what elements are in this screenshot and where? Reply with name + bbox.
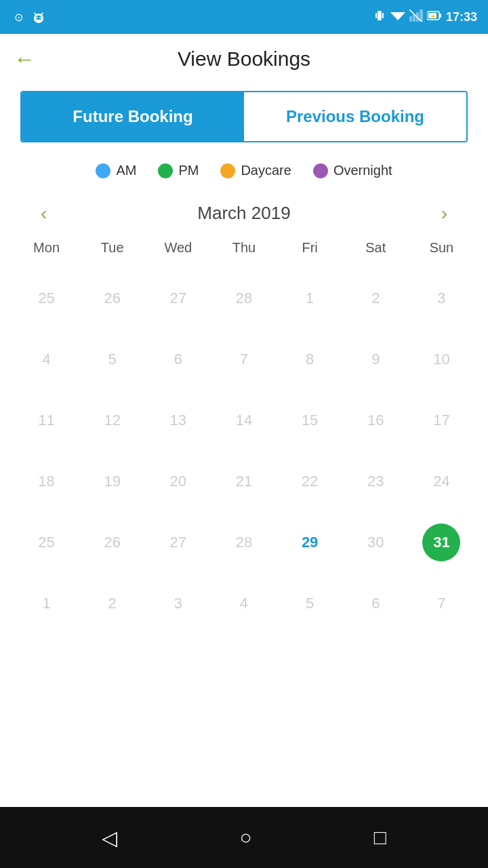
cal-date[interactable]: 28 bbox=[225, 279, 263, 317]
cal-cell[interactable]: 1 bbox=[14, 573, 79, 634]
svg-point-3 bbox=[39, 17, 41, 18]
cal-date[interactable]: 21 bbox=[225, 462, 263, 500]
cal-cell[interactable]: 30 bbox=[343, 512, 409, 573]
cal-date[interactable]: 25 bbox=[28, 279, 66, 317]
cal-cell[interactable]: 5 bbox=[277, 573, 343, 634]
cal-cell[interactable]: 17 bbox=[409, 390, 474, 451]
day-tue: Tue bbox=[79, 235, 145, 261]
cal-date[interactable]: 12 bbox=[94, 401, 131, 439]
cal-cell[interactable]: 14 bbox=[211, 390, 277, 451]
cal-date[interactable]: 23 bbox=[357, 462, 394, 500]
cal-date[interactable]: 10 bbox=[422, 340, 460, 378]
cal-cell[interactable]: 4 bbox=[211, 573, 277, 634]
cal-cell[interactable]: 3 bbox=[409, 268, 474, 329]
calendar-month-year: March 2019 bbox=[197, 203, 290, 224]
cal-cell[interactable]: 11 bbox=[14, 390, 79, 451]
cal-date[interactable]: 26 bbox=[94, 524, 131, 561]
cal-date[interactable]: 5 bbox=[291, 585, 329, 623]
cal-date[interactable]: 1 bbox=[291, 279, 329, 317]
cal-date[interactable]: 19 bbox=[94, 462, 131, 500]
cal-cell[interactable]: 10 bbox=[409, 329, 474, 390]
cal-date[interactable]: 26 bbox=[94, 279, 131, 317]
cal-date[interactable]: 22 bbox=[291, 462, 329, 500]
cal-cell[interactable]: 13 bbox=[145, 390, 211, 451]
cal-date[interactable]: 29 bbox=[291, 524, 329, 561]
cal-cell[interactable]: 1 bbox=[277, 268, 343, 329]
cal-date[interactable]: 2 bbox=[94, 585, 131, 623]
cal-cell[interactable]: 25 bbox=[14, 268, 79, 329]
svg-text:⚡: ⚡ bbox=[430, 13, 436, 20]
cal-cell[interactable]: 8 bbox=[277, 329, 343, 390]
cal-cell[interactable]: 25 bbox=[14, 512, 79, 573]
cal-cell[interactable]: 2 bbox=[79, 573, 145, 634]
cal-date[interactable]: 14 bbox=[225, 401, 263, 439]
cal-cell[interactable]: 19 bbox=[79, 451, 145, 512]
cal-date[interactable]: 2 bbox=[357, 279, 394, 317]
cal-date[interactable]: 15 bbox=[291, 401, 329, 439]
cal-cell[interactable]: 6 bbox=[343, 573, 409, 634]
nav-back-button[interactable]: ◁ bbox=[102, 826, 117, 850]
cal-date[interactable]: 25 bbox=[28, 524, 66, 561]
cal-cell[interactable]: 12 bbox=[79, 390, 145, 451]
cal-cell[interactable]: 4 bbox=[14, 329, 79, 390]
cal-cell[interactable]: 3 bbox=[145, 573, 211, 634]
back-button[interactable]: ← bbox=[14, 47, 35, 72]
cal-date[interactable]: 17 bbox=[422, 401, 460, 439]
next-month-button[interactable]: › bbox=[428, 196, 461, 231]
tab-future-booking[interactable]: Future Booking bbox=[22, 92, 244, 141]
cal-date[interactable]: 27 bbox=[159, 279, 197, 317]
cal-date[interactable]: 28 bbox=[225, 524, 263, 561]
cal-date[interactable]: 6 bbox=[159, 340, 197, 378]
cal-date[interactable]: 20 bbox=[159, 462, 197, 500]
cal-date[interactable]: 4 bbox=[28, 340, 66, 378]
nav-recents-button[interactable]: □ bbox=[374, 826, 386, 849]
cal-cell[interactable]: 29 bbox=[277, 512, 343, 573]
battery-icon: ⚡ bbox=[427, 10, 442, 24]
prev-month-button[interactable]: ‹ bbox=[27, 196, 60, 231]
cal-date[interactable]: 4 bbox=[225, 585, 263, 623]
cal-cell[interactable]: 31 bbox=[409, 512, 474, 573]
tab-previous-booking[interactable]: Previous Booking bbox=[244, 92, 466, 141]
cal-date[interactable]: 8 bbox=[291, 340, 329, 378]
cal-cell[interactable]: 22 bbox=[277, 451, 343, 512]
am-dot bbox=[96, 163, 110, 178]
cal-date[interactable]: 13 bbox=[159, 401, 197, 439]
legend-overnight: Overnight bbox=[313, 163, 392, 178]
cal-date[interactable]: 7 bbox=[225, 340, 263, 378]
cal-cell[interactable]: 23 bbox=[343, 451, 409, 512]
cal-cell[interactable]: 7 bbox=[409, 573, 474, 634]
cal-cell[interactable]: 18 bbox=[14, 451, 79, 512]
cal-date[interactable]: 5 bbox=[94, 340, 131, 378]
cal-cell[interactable]: 2 bbox=[343, 268, 409, 329]
cal-date[interactable]: 27 bbox=[159, 524, 197, 561]
cal-cell[interactable]: 7 bbox=[211, 329, 277, 390]
cal-date[interactable]: 11 bbox=[28, 401, 66, 439]
cal-cell[interactable]: 20 bbox=[145, 451, 211, 512]
cal-cell[interactable]: 26 bbox=[79, 512, 145, 573]
cal-date[interactable]: 16 bbox=[357, 401, 394, 439]
cal-date[interactable]: 6 bbox=[357, 585, 394, 623]
cal-date[interactable]: 1 bbox=[28, 585, 66, 623]
cal-date[interactable]: 7 bbox=[422, 585, 460, 623]
status-bar: ⊙ bbox=[0, 0, 488, 34]
cal-date[interactable]: 3 bbox=[159, 585, 197, 623]
cal-cell[interactable]: 27 bbox=[145, 512, 211, 573]
nav-home-button[interactable]: ○ bbox=[239, 826, 251, 849]
cal-cell[interactable]: 21 bbox=[211, 451, 277, 512]
cal-cell[interactable]: 9 bbox=[343, 329, 409, 390]
cal-date[interactable]: 18 bbox=[28, 462, 66, 500]
cal-date[interactable]: 30 bbox=[357, 524, 394, 561]
cal-date[interactable]: 24 bbox=[422, 462, 460, 500]
cal-date[interactable]: 3 bbox=[422, 279, 460, 317]
cal-date[interactable]: 31 bbox=[422, 524, 460, 561]
cal-cell[interactable]: 24 bbox=[409, 451, 474, 512]
cal-cell[interactable]: 5 bbox=[79, 329, 145, 390]
cal-cell[interactable]: 26 bbox=[79, 268, 145, 329]
cal-cell[interactable]: 28 bbox=[211, 512, 277, 573]
cal-cell[interactable]: 27 bbox=[145, 268, 211, 329]
cal-cell[interactable]: 6 bbox=[145, 329, 211, 390]
cal-cell[interactable]: 16 bbox=[343, 390, 409, 451]
cal-cell[interactable]: 15 bbox=[277, 390, 343, 451]
cal-date[interactable]: 9 bbox=[357, 340, 394, 378]
cal-cell[interactable]: 28 bbox=[211, 268, 277, 329]
